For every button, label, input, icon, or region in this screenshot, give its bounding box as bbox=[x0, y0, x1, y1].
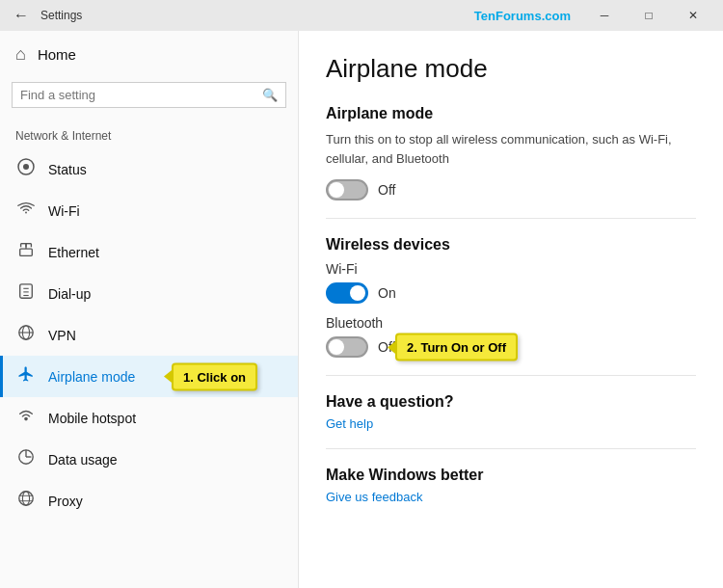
wifi-label: Wi-Fi bbox=[326, 261, 696, 277]
content-area: Airplane mode Airplane mode Turn this on… bbox=[299, 31, 723, 588]
airplane-toggle-row: Off bbox=[326, 179, 696, 200]
ethernet-icon bbox=[15, 241, 37, 263]
svg-point-1 bbox=[23, 164, 29, 170]
dialup-icon bbox=[15, 282, 37, 305]
give-feedback-link[interactable]: Give us feedback bbox=[326, 490, 696, 504]
svg-point-20 bbox=[22, 492, 29, 505]
window-controls: ─ □ ✕ bbox=[582, 0, 715, 31]
watermark: TenForums.com bbox=[463, 9, 582, 23]
wifi-toggle-row: On bbox=[326, 282, 696, 304]
sidebar-label-datausage: Data usage bbox=[48, 452, 118, 468]
svg-rect-2 bbox=[20, 249, 33, 255]
sidebar-section-title: Network & Internet bbox=[0, 120, 298, 148]
search-input[interactable] bbox=[20, 88, 256, 102]
proxy-icon bbox=[15, 490, 37, 512]
sidebar: ⌂ Home 🔍 Network & Internet Status Wi-Fi bbox=[0, 31, 299, 588]
wireless-section-heading: Wireless devices bbox=[326, 236, 696, 254]
wifi-toggle[interactable] bbox=[326, 282, 368, 304]
sidebar-label-wifi: Wi-Fi bbox=[48, 203, 80, 219]
svg-point-19 bbox=[19, 492, 33, 505]
titlebar: ← Settings TenForums.com ─ □ ✕ bbox=[0, 0, 723, 31]
svg-point-15 bbox=[24, 417, 28, 421]
sidebar-label-status: Status bbox=[48, 162, 87, 177]
sidebar-item-airplane[interactable]: Airplane mode 1. Click on bbox=[0, 356, 298, 397]
sidebar-label-ethernet: Ethernet bbox=[48, 245, 99, 260]
app-container: ⌂ Home 🔍 Network & Internet Status Wi-Fi bbox=[0, 31, 723, 588]
maximize-button[interactable]: □ bbox=[627, 0, 671, 31]
sidebar-label-dialup: Dial-up bbox=[48, 286, 91, 302]
sidebar-label-vpn: VPN bbox=[48, 328, 76, 343]
wifi-toggle-knob bbox=[350, 285, 365, 301]
sidebar-item-vpn[interactable]: VPN bbox=[0, 314, 298, 356]
bluetooth-label: Bluetooth bbox=[326, 315, 696, 331]
annotation-click-on: 1. Click on bbox=[172, 362, 257, 390]
svg-rect-8 bbox=[20, 284, 33, 298]
annotation-turn-on-off: 2. Turn On or Off bbox=[395, 334, 518, 361]
back-button[interactable]: ← bbox=[8, 2, 35, 29]
airplane-toggle[interactable] bbox=[326, 179, 368, 200]
wifi-nav-icon bbox=[15, 200, 37, 222]
minimize-button[interactable]: ─ bbox=[582, 0, 627, 31]
question-heading: Have a question? bbox=[326, 393, 696, 411]
bluetooth-toggle-knob bbox=[329, 339, 344, 355]
airplane-section-heading: Airplane mode bbox=[326, 105, 696, 122]
sidebar-item-wifi[interactable]: Wi-Fi bbox=[0, 190, 298, 231]
get-help-link[interactable]: Get help bbox=[326, 416, 696, 431]
page-title: Airplane mode bbox=[326, 54, 696, 84]
status-icon bbox=[15, 158, 37, 180]
bluetooth-toggle[interactable] bbox=[326, 336, 368, 358]
sidebar-search[interactable]: 🔍 bbox=[12, 82, 286, 108]
airplane-section-desc: Turn this on to stop all wireless commun… bbox=[326, 130, 683, 168]
airplane-toggle-knob bbox=[329, 182, 344, 198]
search-icon: 🔍 bbox=[262, 88, 278, 102]
sidebar-item-ethernet[interactable]: Ethernet bbox=[0, 231, 298, 273]
home-icon: ⌂ bbox=[15, 44, 26, 65]
feedback-heading: Make Windows better bbox=[326, 467, 696, 484]
section-divider-1 bbox=[326, 218, 696, 219]
sidebar-label-proxy: Proxy bbox=[48, 494, 83, 509]
close-button[interactable]: ✕ bbox=[671, 0, 715, 31]
sidebar-item-datausage[interactable]: Data usage bbox=[0, 439, 298, 480]
window-title: Settings bbox=[35, 9, 463, 22]
sidebar-item-status[interactable]: Status bbox=[0, 148, 298, 190]
airplane-icon bbox=[15, 365, 37, 388]
sidebar-item-dialup[interactable]: Dial-up bbox=[0, 273, 298, 314]
sidebar-item-home[interactable]: ⌂ Home bbox=[0, 31, 298, 78]
wifi-toggle-label: On bbox=[378, 285, 396, 301]
home-label: Home bbox=[38, 46, 76, 63]
datausage-icon bbox=[15, 448, 37, 470]
bluetooth-toggle-row: Off 2. Turn On or Off bbox=[326, 336, 696, 358]
sidebar-label-airplane: Airplane mode bbox=[48, 369, 135, 385]
airplane-toggle-label: Off bbox=[378, 182, 395, 198]
sidebar-item-hotspot[interactable]: Mobile hotspot bbox=[0, 397, 298, 439]
hotspot-icon bbox=[15, 407, 37, 429]
section-divider-2 bbox=[326, 375, 696, 376]
sidebar-item-proxy[interactable]: Proxy bbox=[0, 480, 298, 521]
sidebar-label-hotspot: Mobile hotspot bbox=[48, 411, 136, 426]
vpn-icon bbox=[15, 324, 37, 346]
section-divider-3 bbox=[326, 448, 696, 449]
